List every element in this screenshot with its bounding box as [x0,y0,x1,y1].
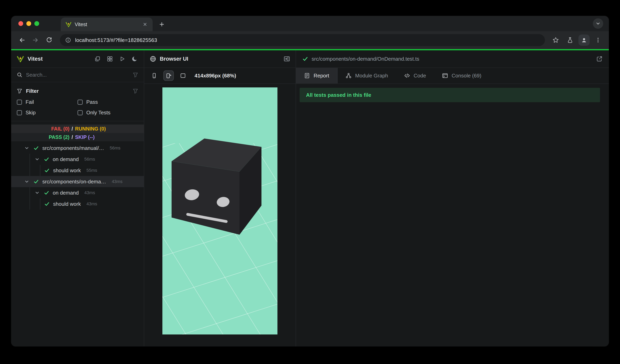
phone-portrait-icon[interactable] [149,71,159,81]
clear-filter-icon[interactable] [133,88,138,94]
sidebar-header: Vitest [11,50,144,68]
tree-test-row[interactable]: should work 55ms [11,165,144,176]
test-duration: 43ms [112,179,123,184]
skip-count: SKIP (--) [75,134,138,140]
search-bar [11,68,144,82]
filter-option-only-tests[interactable]: Only Tests [78,110,138,116]
checkbox[interactable] [78,100,83,105]
console-icon [442,73,448,79]
test-duration: 43ms [87,201,97,206]
browser-ui-title: Browser UI [160,56,280,62]
external-link-icon[interactable] [596,56,603,62]
browser-menu-kebab-icon[interactable] [592,34,604,46]
pass-check-icon [33,179,39,184]
forward-icon[interactable] [30,34,42,46]
checkbox[interactable] [17,100,22,105]
zoom-window-button[interactable] [34,21,39,26]
report-tabs: Report Module Graph Code [296,68,609,84]
pass-count: PASS (2) [17,134,70,140]
status-separator: / [70,126,75,132]
test-name: should work [53,201,81,207]
test-tree: src/components/manual/… 56ms on demand 5… [11,143,144,210]
filter-option-label: Only Tests [86,110,110,116]
search-filter-funnel-icon[interactable] [133,72,138,78]
pass-check-icon [44,157,49,162]
tree-file-row[interactable]: src/components/on-dema… 43ms [11,176,144,187]
run-all-icon[interactable] [119,55,126,62]
checkbox[interactable] [17,110,22,115]
globe-icon [150,56,156,62]
tab-label: Report [314,73,329,79]
minimize-window-button[interactable] [26,21,31,26]
device-toolbar: 414x896px (68%) [144,68,296,84]
status-separator: / [70,134,75,140]
pass-check-icon [33,146,39,151]
filter-option-fail[interactable]: Fail [17,99,78,105]
profile-avatar-icon[interactable] [578,34,590,46]
tab-module-graph[interactable]: Module Graph [338,68,396,83]
filter-option-label: Pass [86,99,98,105]
url-bar[interactable]: localhost:5173/#/?file=1828625563 [60,34,545,46]
open-panel-right-icon[interactable] [284,56,290,62]
back-icon[interactable] [16,34,28,46]
tree-test-row[interactable]: should work 43ms [11,198,144,210]
tab-report[interactable]: Report [296,68,338,83]
tab-label: Code [414,73,426,79]
vitest-logo-icon [17,55,24,62]
filter-option-skip[interactable]: Skip [17,110,78,116]
filter-options: Fail Pass Skip Only Tests [17,99,138,116]
test-duration: 56ms [110,146,121,151]
sidebar-actions [94,55,138,62]
banner-text: All tests passed in this file [306,92,371,98]
experiments-flask-icon[interactable] [564,34,576,46]
tab-label: Console (69) [452,73,481,79]
new-tab-button[interactable] [156,19,167,29]
chevron-down-icon[interactable] [23,146,30,150]
reload-icon[interactable] [43,34,55,46]
tab-console[interactable]: Console (69) [434,68,489,83]
chevron-down-icon[interactable] [33,190,41,195]
tab-label: Module Graph [355,73,388,79]
browser-ui-panel: Browser UI 414x896px (68%) [144,50,296,347]
filter-option-pass[interactable]: Pass [78,99,138,105]
tree-file-row[interactable]: src/components/manual/… 56ms [11,143,144,154]
app-preview-viewport[interactable] [162,87,278,335]
dark-mode-moon-icon[interactable] [131,55,138,62]
site-info-icon[interactable] [65,37,71,43]
traffic-lights [18,21,39,26]
tree-suite-row[interactable]: on demand 43ms [11,187,144,198]
test-duration: 55ms [87,168,97,173]
module-graph-icon [346,73,352,79]
test-suite-name: on demand [53,190,79,196]
dashboard-icon[interactable] [106,55,113,62]
search-input[interactable] [26,72,129,78]
tab-title: Vitest [75,22,138,27]
tablet-icon[interactable] [178,71,188,81]
vitest-favicon-icon [65,21,72,27]
tree-suite-row[interactable]: on demand 56ms [11,154,144,165]
cube-scene [162,87,278,335]
browser-tab-vitest[interactable]: Vitest [61,17,153,31]
file-pass-check-icon [302,56,308,62]
close-window-button[interactable] [18,21,23,26]
report-header: src/components/on-demand/OnDemand.test.t… [296,50,609,68]
browser-ui-header: Browser UI [144,50,296,68]
browser-window: Vitest [11,16,609,347]
fail-count: FAIL (0) [17,126,70,132]
pass-check-icon [44,168,50,173]
phone-rotate-icon[interactable] [163,71,174,81]
tab-code[interactable]: Code [396,68,434,83]
checkbox[interactable] [78,110,83,115]
app-title: Vitest [28,56,43,62]
report-panel: src/components/on-demand/OnDemand.test.t… [296,50,609,347]
open-file-path: src/components/on-demand/OnDemand.test.t… [311,56,593,62]
window-restore-icon[interactable] [94,55,101,62]
tab-close-icon[interactable] [141,21,149,28]
tab-search-chevron-button[interactable] [593,18,603,29]
running-count: RUNNING (0) [75,126,138,132]
chevron-down-icon[interactable] [33,157,41,161]
test-duration: 43ms [84,190,95,195]
browser-toolbar: localhost:5173/#/?file=1828625563 [11,31,609,49]
chevron-down-icon[interactable] [23,179,30,184]
bookmark-star-icon[interactable] [550,34,562,46]
